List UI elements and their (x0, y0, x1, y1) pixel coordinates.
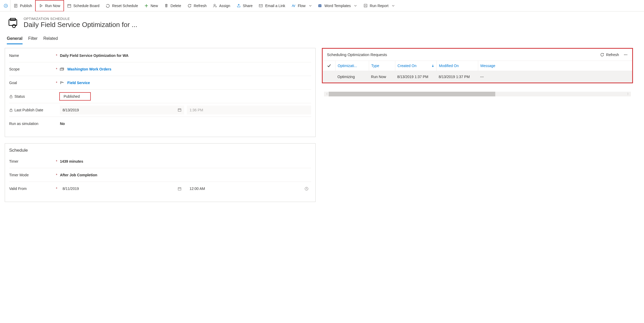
general-section: Name * Daily Field Service Optimization … (5, 48, 316, 137)
scroll-left-arrow[interactable]: 〈 (324, 92, 329, 96)
word-templates-button[interactable]: W Word Templates (315, 0, 360, 12)
scope-value-link[interactable]: Washington Work Orders (67, 67, 111, 71)
valid-from-label: Valid From (9, 187, 27, 191)
subgrid-refresh-label: Refresh (606, 53, 619, 57)
delete-label: Delete (171, 4, 181, 8)
record-header: OPTIMIZATION SCHEDULE Daily Field Servic… (0, 12, 644, 31)
timer-mode-field[interactable]: Timer Mode * After Job Completion (9, 168, 311, 182)
valid-from-date-input[interactable]: 8/11/2019 (60, 184, 184, 193)
tab-filter[interactable]: Filter (28, 36, 38, 44)
last-publish-label: Last Publish Date (14, 108, 43, 112)
share-button[interactable]: Share (233, 0, 256, 12)
name-field[interactable]: Name * Daily Field Service Optimization … (9, 49, 311, 62)
valid-from-time-input[interactable]: 12:00 AM (187, 184, 311, 193)
last-publish-date-input: 8/13/2019 (60, 106, 184, 114)
new-label: New (151, 4, 158, 8)
run-simulation-value[interactable]: No (60, 122, 311, 126)
last-publish-time-value: 1:36 PM (189, 108, 203, 112)
schedule-board-button[interactable]: Schedule Board (64, 0, 103, 12)
play-icon (39, 4, 43, 8)
tab-related[interactable]: Related (43, 36, 58, 44)
valid-from-field[interactable]: Valid From * 8/11/2019 12:00 AM (9, 182, 311, 195)
word-icon: W (318, 4, 322, 8)
refresh-icon (187, 4, 191, 8)
lock-icon (9, 108, 13, 112)
timer-value[interactable]: 1439 minutes (60, 159, 311, 163)
assign-button[interactable]: Assign (210, 0, 233, 12)
schedule-board-label: Schedule Board (73, 4, 100, 8)
flow-button[interactable]: Flow (288, 0, 315, 12)
subgrid-row[interactable]: Optimizing Run Now 8/13/2019 1:37 PM 8/1… (323, 71, 632, 83)
scroll-track[interactable] (329, 92, 626, 96)
chevron-down-icon (392, 4, 395, 7)
status-field: Status * Published (9, 90, 311, 103)
row-opt-value: Optimizing (335, 75, 369, 79)
last-publish-date-field: Last Publish Date * 8/13/2019 1:36 PM (9, 103, 311, 117)
column-type[interactable]: Type (369, 61, 395, 71)
run-now-button[interactable]: Run Now (35, 0, 64, 12)
subgrid-horizontal-scrollbar[interactable]: 〈 〉 (324, 92, 631, 96)
refresh-button[interactable]: Refresh (184, 0, 210, 12)
last-publish-date-value: 8/13/2019 (62, 108, 79, 112)
status-value: Published (59, 92, 91, 101)
entity-icon (7, 17, 19, 29)
new-button[interactable]: New (141, 0, 161, 12)
subgrid-title: Scheduling Optimization Requests (327, 52, 387, 57)
email-link-button[interactable]: Email a Link (256, 0, 288, 12)
schedule-section-title: Schedule (5, 144, 315, 155)
name-label: Name (9, 53, 19, 58)
calendar-icon (67, 4, 71, 8)
required-indicator: * (56, 187, 60, 191)
required-indicator: * (56, 81, 60, 85)
svg-point-0 (4, 4, 7, 7)
flow-icon (291, 4, 296, 8)
lookup-goal-icon (60, 80, 65, 85)
subgrid-more-button[interactable]: ⋯ (624, 53, 628, 57)
timer-mode-value[interactable]: After Job Completion (60, 173, 311, 177)
delete-button[interactable]: Delete (161, 0, 184, 12)
goal-value-link[interactable]: Field Service (67, 81, 90, 85)
row-created-value: 8/13/2019 1:37 PM (395, 75, 437, 79)
assign-icon (213, 4, 217, 8)
share-label: Share (243, 4, 253, 8)
last-publish-time-input: 1:36 PM (187, 106, 311, 114)
publish-button[interactable]: Publish (10, 0, 35, 12)
lock-icon (9, 95, 13, 98)
run-report-button[interactable]: Run Report (360, 0, 398, 12)
svg-rect-14 (178, 188, 181, 190)
timer-field[interactable]: Timer * 1439 minutes (9, 155, 311, 168)
required-indicator: * (56, 67, 60, 71)
scroll-thumb[interactable] (329, 92, 495, 96)
required-indicator: * (56, 159, 60, 163)
chevron-down-icon (354, 4, 357, 7)
form-content: Name * Daily Field Service Optimization … (0, 44, 644, 206)
svg-text:W: W (319, 5, 321, 7)
subgrid-refresh-button[interactable]: Refresh (600, 53, 619, 57)
scope-label: Scope (9, 67, 20, 71)
publish-icon (14, 4, 18, 8)
tab-general[interactable]: General (7, 36, 23, 44)
undo-icon (106, 4, 110, 8)
column-created-on[interactable]: Created On (395, 61, 437, 71)
entity-type-label: OPTIMIZATION SCHEDULE (24, 17, 137, 21)
flow-label: Flow (298, 4, 306, 8)
name-value[interactable]: Daily Field Service Optimization for WA (60, 53, 311, 58)
form-tabs: General Filter Related (0, 31, 644, 44)
reset-schedule-button[interactable]: Reset Schedule (103, 0, 141, 12)
chevron-right-circle-icon (4, 4, 8, 8)
column-optimization-status[interactable]: Optimizati... (335, 61, 369, 71)
goal-field[interactable]: Goal * Field Service (9, 76, 311, 90)
refresh-label: Refresh (194, 4, 206, 8)
column-modified-on[interactable]: Modified On (437, 61, 478, 71)
scope-field[interactable]: Scope * Washington Work Orders (9, 62, 311, 76)
select-all-checkbox[interactable] (323, 64, 335, 68)
run-simulation-field[interactable]: Run as simulation * No (9, 117, 311, 130)
goal-label: Goal (9, 81, 17, 85)
column-message[interactable]: Message (478, 61, 632, 71)
report-icon (363, 4, 368, 8)
calendar-icon (178, 187, 182, 191)
expand-commands-button[interactable] (1, 0, 10, 12)
svg-rect-11 (10, 96, 12, 98)
scroll-right-arrow[interactable]: 〉 (626, 92, 631, 96)
clock-icon (305, 187, 308, 191)
